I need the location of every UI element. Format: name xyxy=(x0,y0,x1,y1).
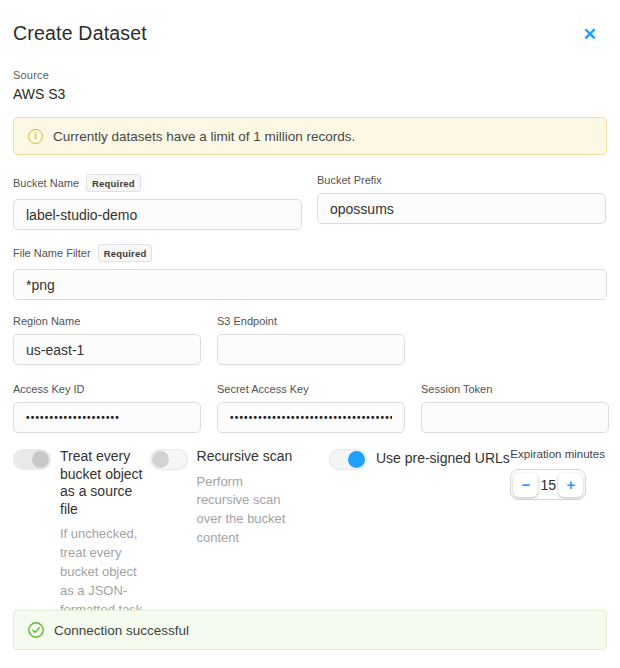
bucket-name-input[interactable] xyxy=(13,199,302,230)
source-file-toggle[interactable] xyxy=(13,449,51,470)
source-value: AWS S3 xyxy=(13,86,607,102)
s3-endpoint-field: S3 Endpoint xyxy=(217,315,405,365)
expiration-stepper: − 15 + xyxy=(510,469,586,500)
bucket-row: Bucket Name Required Bucket Prefix xyxy=(13,174,607,230)
close-icon[interactable]: ✕ xyxy=(581,24,607,45)
presigned-urls-toggle-label: Use pre-signed URLs xyxy=(376,450,510,468)
expiration-value: 15 xyxy=(538,477,558,493)
secret-key-field: Secret Access Key xyxy=(217,383,405,433)
success-check-icon xyxy=(28,622,44,638)
session-token-input[interactable] xyxy=(421,402,609,433)
presigned-urls-option: Use pre-signed URLs xyxy=(329,448,510,470)
toggle-knob xyxy=(348,451,365,468)
toggle-knob xyxy=(32,451,49,468)
limit-warning-text: Currently datasets have a limit of 1 mil… xyxy=(53,129,355,144)
session-token-label: Session Token xyxy=(421,383,492,395)
page-title: Create Dataset xyxy=(13,22,147,45)
increment-button[interactable]: + xyxy=(558,473,583,497)
session-token-field: Session Token xyxy=(421,383,609,433)
recursive-scan-toggle[interactable] xyxy=(150,449,188,470)
dialog-header: Create Dataset ✕ xyxy=(13,22,607,45)
limit-warning-banner: i Currently datasets have a limit of 1 m… xyxy=(13,117,607,155)
bucket-prefix-field: Bucket Prefix xyxy=(317,174,606,230)
info-icon: i xyxy=(28,129,43,144)
region-label: Region Name xyxy=(13,315,80,327)
create-dataset-dialog: Create Dataset ✕ Source AWS S3 i Current… xyxy=(0,0,620,668)
region-row: Region Name S3 Endpoint xyxy=(13,315,607,365)
file-filter-row: File Name Filter Required xyxy=(13,244,607,300)
expiration-minutes-label: Expiration minutes xyxy=(510,448,607,460)
presigned-urls-toggle[interactable] xyxy=(329,449,367,470)
recursive-scan-option: Recursive scan Perform recursive scan ov… xyxy=(150,448,329,548)
access-key-input[interactable] xyxy=(13,402,201,433)
source-file-toggle-label: Treat every bucket object as a source fi… xyxy=(60,448,150,518)
bucket-name-field: Bucket Name Required xyxy=(13,174,302,230)
source-section: Source AWS S3 xyxy=(13,69,607,102)
region-field: Region Name xyxy=(13,315,201,365)
bucket-prefix-input[interactable] xyxy=(317,193,606,224)
secret-key-input[interactable] xyxy=(217,402,405,433)
s3-endpoint-input[interactable] xyxy=(217,334,405,365)
access-key-label: Access Key ID xyxy=(13,383,85,395)
required-badge: Required xyxy=(98,244,153,262)
decrement-button[interactable]: − xyxy=(513,473,538,497)
connection-success-text: Connection successful xyxy=(54,623,189,638)
access-key-field: Access Key ID xyxy=(13,383,201,433)
secret-key-label: Secret Access Key xyxy=(217,383,309,395)
connection-success-banner: Connection successful xyxy=(13,610,607,650)
file-filter-label: File Name Filter xyxy=(13,247,91,259)
credentials-row: Access Key ID Secret Access Key Session … xyxy=(13,383,607,433)
region-input[interactable] xyxy=(13,334,201,365)
recursive-scan-toggle-help: Perform recursive scan over the bucket c… xyxy=(197,473,293,549)
source-label: Source xyxy=(13,69,607,81)
bucket-name-label: Bucket Name xyxy=(13,177,79,189)
toggle-knob xyxy=(152,451,169,468)
recursive-scan-toggle-label: Recursive scan xyxy=(197,448,293,466)
required-badge: Required xyxy=(86,174,141,192)
bucket-prefix-label: Bucket Prefix xyxy=(317,174,382,186)
file-filter-input[interactable] xyxy=(13,269,607,300)
s3-endpoint-label: S3 Endpoint xyxy=(217,315,277,327)
expiration-minutes-control: Expiration minutes − 15 + xyxy=(510,448,607,500)
